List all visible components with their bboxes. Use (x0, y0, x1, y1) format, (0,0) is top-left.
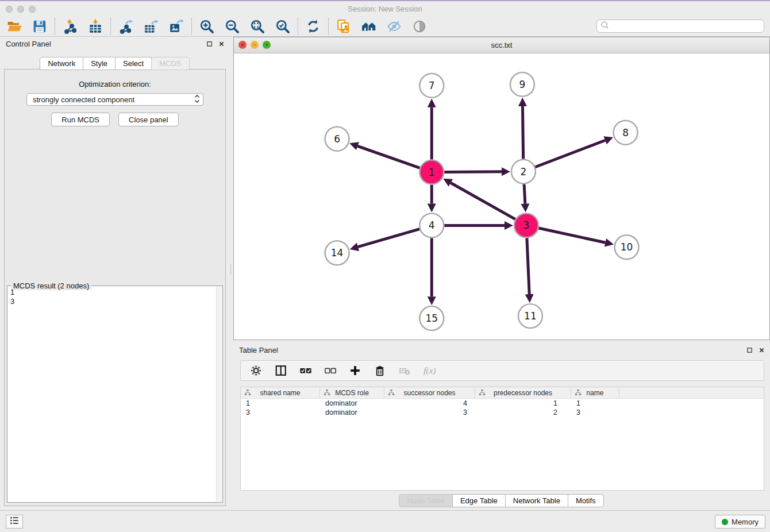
mcds-result-text[interactable]: 1 3 (10, 288, 215, 500)
tab-select[interactable]: Select (115, 57, 152, 70)
zoom-fit-icon[interactable] (250, 19, 265, 34)
column-header-shared-name[interactable]: shared name (241, 387, 320, 398)
edge-3-1[interactable] (443, 179, 515, 219)
edge-4-15[interactable] (428, 238, 436, 305)
status-bar: Memory (0, 510, 770, 532)
column-header-mcds-role[interactable]: MCDS role (320, 387, 384, 398)
column-header-label: MCDS role (335, 389, 369, 397)
column-header-predecessor-nodes[interactable]: predecessor nodes (475, 387, 571, 398)
zoom-out-icon[interactable] (225, 19, 240, 34)
graph-node-7[interactable]: 7 (419, 74, 444, 98)
table-cell[interactable]: 2 (475, 408, 571, 417)
table-cell[interactable]: 1 (571, 399, 619, 407)
hide-selected-icon[interactable] (387, 19, 402, 34)
graph-node-11[interactable]: 11 (518, 304, 542, 328)
tab-style[interactable]: Style (83, 57, 116, 70)
table-panel: Table Panel f(x) shared nameMCDS rolesuc… (233, 343, 770, 510)
add-column-icon[interactable] (348, 364, 362, 377)
table-row[interactable]: 3dominator323 (241, 408, 764, 417)
zoom-selected-icon[interactable] (275, 19, 290, 34)
network-view-window: scc.txt 7968124314101511 (233, 37, 770, 340)
graph-node-2[interactable]: 2 (511, 160, 536, 184)
duplicate-network-icon[interactable] (336, 19, 351, 34)
table-panel-float-icon[interactable] (746, 346, 753, 353)
edge-2-9[interactable] (518, 98, 527, 159)
table-cell[interactable]: 4 (384, 399, 475, 407)
graph-node-14[interactable]: 14 (325, 241, 349, 265)
edge-1-2[interactable] (444, 167, 510, 176)
edge-3-11[interactable] (525, 238, 534, 303)
graph-node-8[interactable]: 8 (614, 121, 638, 145)
edge-3-10[interactable] (538, 228, 614, 247)
close-panel-button[interactable]: Close panel (118, 113, 179, 126)
tab-network[interactable]: Network (40, 57, 83, 70)
memory-button[interactable]: Memory (715, 515, 765, 529)
graph-node-10[interactable]: 10 (615, 235, 639, 259)
table-cell[interactable]: 3 (384, 408, 475, 417)
graph-node-1[interactable]: 1 (419, 160, 444, 184)
import-network-icon[interactable] (63, 19, 78, 34)
run-mcds-button[interactable]: Run MCDS (51, 113, 110, 126)
graph-node-9[interactable]: 9 (510, 72, 534, 97)
table-cell[interactable]: dominator (320, 399, 384, 407)
zoom-in-icon[interactable] (199, 19, 214, 34)
export-network-icon[interactable] (118, 19, 133, 34)
column-header-label: successor nodes (403, 389, 455, 397)
optimization-criterion-select[interactable]: strongly connected component (26, 93, 203, 106)
edge-4-14[interactable] (350, 229, 420, 251)
svg-text:2: 2 (521, 166, 527, 178)
table-cell[interactable]: 3 (241, 408, 320, 417)
table-cell[interactable]: 3 (571, 408, 619, 417)
edge-2-8[interactable] (535, 136, 613, 167)
deselect-all-rows-icon[interactable] (324, 364, 337, 377)
table-row[interactable]: 1dominator411 (241, 399, 764, 408)
network-canvas[interactable]: 7968124314101511 (234, 53, 769, 340)
table-settings-icon[interactable] (249, 364, 263, 377)
table-cell[interactable]: 1 (241, 399, 320, 407)
first-neighbors-icon[interactable] (361, 19, 376, 34)
tab-mcds[interactable]: MCDS (151, 57, 189, 70)
mcds-panel: Optimization criterion: strongly connect… (4, 69, 226, 506)
network-window-title: scc.txt (234, 37, 769, 53)
svg-text:11: 11 (524, 310, 537, 322)
graph-node-3[interactable]: 3 (514, 213, 538, 237)
svg-text:f(x): f(x) (424, 365, 436, 376)
search-input[interactable] (609, 20, 764, 32)
edge-4-3[interactable] (444, 221, 513, 230)
select-stepper-icon (194, 94, 200, 105)
save-session-icon[interactable] (32, 19, 47, 34)
export-image-icon[interactable] (169, 19, 184, 34)
table-cell[interactable]: 1 (475, 399, 571, 407)
delete-column-icon[interactable] (373, 364, 387, 377)
table-panel-close-icon[interactable] (758, 346, 765, 353)
column-header-name[interactable]: name (571, 387, 619, 398)
control-panel-close-icon[interactable] (218, 40, 225, 47)
select-all-rows-icon[interactable] (299, 364, 313, 377)
table-tab-network-table[interactable]: Network Table (505, 494, 568, 507)
edge-1-6[interactable] (349, 142, 419, 168)
graph-node-15[interactable]: 15 (419, 306, 444, 330)
graph-node-6[interactable]: 6 (325, 127, 349, 151)
table-tab-motifs[interactable]: Motifs (568, 494, 604, 507)
result-scrollbar[interactable] (216, 287, 222, 502)
refresh-network-icon[interactable] (306, 19, 321, 34)
table-tab-edge-table[interactable]: Edge Table (452, 494, 506, 507)
open-session-icon[interactable] (7, 19, 22, 34)
table-tab-node-table[interactable]: Node Table (399, 494, 453, 507)
search-box[interactable] (596, 20, 764, 33)
column-header-successor-nodes[interactable]: successor nodes (384, 387, 475, 398)
show-panels-button[interactable] (6, 515, 23, 529)
show-all-icon[interactable] (412, 19, 427, 34)
graph-node-4[interactable]: 4 (419, 213, 444, 237)
edge-1-7[interactable] (428, 99, 436, 160)
column-panel-icon[interactable] (274, 364, 288, 377)
window-title: Session: New Session (0, 2, 770, 16)
control-panel-float-icon[interactable] (206, 40, 213, 47)
export-table-icon[interactable] (144, 19, 159, 34)
table-cell[interactable]: dominator (320, 408, 384, 417)
optimization-criterion-label: Optimization criterion: (5, 80, 225, 88)
memory-label: Memory (732, 518, 759, 526)
edge-1-4[interactable] (428, 185, 436, 213)
edge-2-3[interactable] (521, 184, 529, 213)
import-table-icon[interactable] (88, 19, 103, 34)
